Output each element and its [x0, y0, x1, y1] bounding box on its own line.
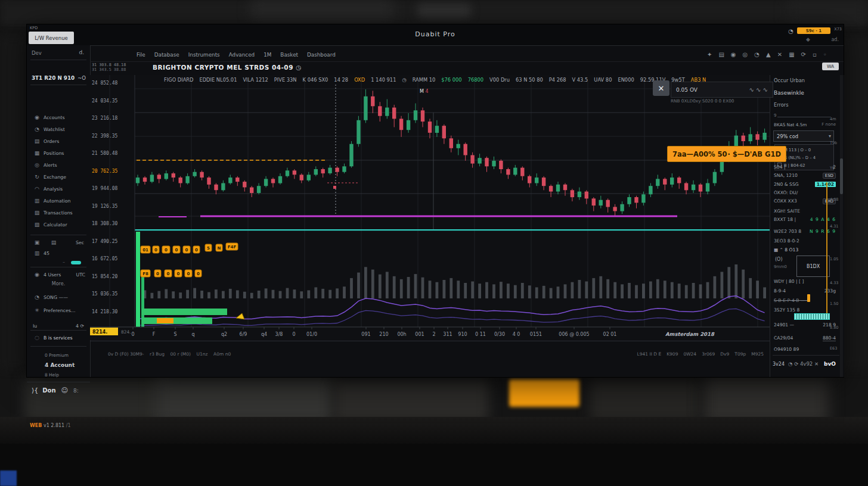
cyan-value-badge[interactable]: 1.1402 [815, 182, 836, 187]
curve-style-icons[interactable]: ∿ ∿ ∿ [749, 86, 768, 93]
transactions-icon: ▨ [30, 210, 44, 216]
sidebar-search-value[interactable]: d. [79, 49, 84, 55]
nav-tab[interactable]: Advanced [229, 52, 255, 58]
nav-tab[interactable]: 1M [264, 52, 271, 58]
nav-tab[interactable]: Basket [280, 52, 298, 58]
interval-dropdown[interactable]: 0.05 OV ∿ ∿ ∿ [671, 82, 773, 98]
toolbar-icon[interactable]: ◉ [731, 51, 736, 58]
bdx-box[interactable]: B1DX [796, 256, 830, 277]
more-label[interactable]: More. [27, 281, 90, 286]
order-panel: Occur Urban Basewinkle Errors 9 BKAS Nat… [770, 75, 844, 377]
sidebar-item-calculator[interactable]: ▧Calculator [27, 219, 90, 230]
sidebar-item-services[interactable]: ◌ B is services [27, 332, 90, 343]
price-alert-callout[interactable]: 7aa—A00% 50 · $—D'AB G1D [667, 146, 786, 162]
toolbar-icon[interactable]: ◎ [743, 51, 748, 58]
sidebar-item-orders[interactable]: ▤Orders [27, 136, 90, 147]
chevron-down-icon[interactable]: ▾ [829, 133, 831, 139]
panel-scrollbar[interactable] [840, 75, 843, 377]
account-link[interactable]: 4 Account [45, 362, 75, 368]
sidebar-item-automation[interactable]: ▥Automation [27, 195, 90, 206]
services-label: B is services [44, 335, 73, 341]
toolbar-icon[interactable]: ▤ [718, 51, 724, 58]
premium-link[interactable]: 0 Premium [45, 353, 69, 358]
esd-badge[interactable]: ESD [823, 173, 836, 179]
status-item[interactable]: 0W24 [683, 351, 696, 357]
panel-section-2[interactable]: Basewinkle [774, 90, 804, 96]
panel-section-3[interactable]: Errors [774, 102, 789, 108]
symbol-clock-icon[interactable]: ◷ [296, 64, 302, 71]
panel-row-ca29[interactable]: CA29/04880-4 [774, 335, 841, 341]
green-value-1: 4 9 A 4 6 [810, 217, 836, 222]
teal-toggle[interactable] [71, 261, 81, 264]
sidebar-search-label[interactable]: Dev [32, 50, 42, 56]
panel-row-3eo3[interactable]: 3EO3 8-0-2 [774, 238, 841, 244]
svg-text:910: 910 [458, 332, 467, 337]
panel-row-sna[interactable]: SNA, 1210ESD [774, 173, 841, 178]
nav-tab[interactable]: Dashboard [307, 52, 336, 58]
svg-text:6/9: 6/9 [240, 332, 247, 337]
sidebar-symbol-header[interactable]: 3T1 R20 N 910 [32, 75, 75, 81]
panel-row-bxxt[interactable]: BXXT 18 |4 9 A 4 6 [774, 217, 841, 222]
smiley-icon[interactable]: ☺ [61, 387, 68, 394]
svg-text:Amsterdam 2018: Amsterdam 2018 [665, 331, 715, 337]
gear-icon: ✳ [30, 307, 44, 313]
panel-row-894[interactable]: 8-9-4233g [774, 288, 841, 294]
scrollbar-thumb[interactable] [840, 158, 843, 194]
toolbar-icon[interactable]: ▫ [813, 51, 817, 58]
sidebar-item-positions[interactable]: ▦Positions [27, 148, 90, 158]
sidebar-item-alerts[interactable]: ◎Alerts [27, 160, 90, 170]
amount-input[interactable]: 29% cod ▾ [773, 130, 834, 142]
status-item[interactable]: K909 [666, 351, 678, 357]
corner-mini-button[interactable]: WA [822, 63, 839, 70]
toolbar-icon[interactable]: ◦ [823, 51, 827, 58]
panel-icons-row[interactable]: ▦ ⌃ 8 O13 [774, 247, 841, 253]
status-item[interactable]: 3r069 [702, 351, 715, 357]
panel-footer-icons[interactable]: ◔ ⟳ 4v92 ✕ [788, 361, 819, 367]
panel-row-3s2y[interactable]: 3S2Y 135 8 [774, 307, 841, 313]
signin-button[interactable]: S9c · 1 [797, 27, 830, 34]
help-link[interactable]: 8 Help [45, 372, 59, 378]
sidebar-footer: ⟩{ Don ☺ 8: [27, 382, 90, 398]
sidebar-item-preferences[interactable]: ✳ Preferences… [27, 305, 90, 316]
panel-row-w2e2[interactable]: W2E2 703 8N 9 R 6 9 [774, 229, 841, 234]
sidebar-symbol-toggle[interactable]: ~O [78, 75, 86, 81]
help-circle-icon[interactable]: ◔ [788, 28, 793, 35]
status-item[interactable]: M925 [751, 351, 764, 357]
sidebar-item-watchlist[interactable]: ◔Watchlist [27, 124, 90, 135]
sub-marker-4: 4 [425, 89, 428, 94]
status-item[interactable]: L941 II D E [637, 351, 662, 357]
sidebar-item-sec[interactable]: ▣ ▤ Sec [27, 237, 90, 248]
status-item[interactable]: T09p [734, 351, 746, 357]
info-item: V00 Dru [489, 77, 510, 83]
toolbar-icon[interactable]: ✕ [777, 51, 782, 58]
crosshair-tool-button[interactable]: ✕ [653, 80, 669, 96]
sidebar-item-song[interactable]: ◔ SONG —— [27, 292, 90, 303]
toolbar-icon[interactable]: ⟳ [801, 51, 806, 58]
toolbar-icon[interactable]: ✦ [707, 51, 712, 58]
nav-icons: ✦▤◉◎◔▲✕▦⟳▫◦ [700, 51, 827, 58]
toolbar-icon[interactable]: ◔ [754, 51, 760, 58]
toolbar-icon[interactable]: ▲ [766, 51, 771, 58]
panel-row-xgh[interactable]: XGH! SAITE [774, 208, 841, 214]
nav-tab[interactable]: Database [154, 52, 179, 58]
panel-row-oxxo[interactable]: OXXO: DU/ [774, 190, 841, 195]
toolbar-icon[interactable]: ▦ [789, 51, 794, 58]
status-item[interactable]: Dv9 [720, 351, 729, 357]
price-chart[interactable]: 01000005NF4FF80000024 852.4824 034.3523 … [90, 75, 770, 340]
svg-text:0: 0 [197, 272, 200, 276]
sidebar-item-users[interactable]: ◉ 4 Users UTC [27, 269, 90, 280]
nav-tab[interactable]: File [137, 52, 145, 58]
sidebar-item-accounts[interactable]: ◉Accounts [27, 112, 90, 123]
positions-icon: ▦ [30, 150, 44, 156]
sidebar-item-45[interactable]: ▥ 45 [27, 248, 90, 258]
panel-section-1[interactable]: Occur Urban [774, 77, 805, 83]
sidebar-item-analysis[interactable]: ◠Analysis [27, 183, 90, 194]
info-item: UAV 80 [594, 77, 612, 83]
panel-row-ssg[interactable]: 2N0 & SSG1.1402 [774, 182, 841, 187]
sidebar-item-transactions[interactable]: ▨Transactions [27, 207, 90, 218]
panel-footer-right[interactable]: bvO [824, 361, 836, 367]
sidebar-item-exchange[interactable]: ↻Exchange [27, 172, 90, 182]
nav-tab[interactable]: Instruments [188, 52, 220, 58]
collapse-icon[interactable]: ⟩{ [32, 387, 38, 394]
panel-footer-left[interactable]: 3v24 [773, 362, 785, 367]
